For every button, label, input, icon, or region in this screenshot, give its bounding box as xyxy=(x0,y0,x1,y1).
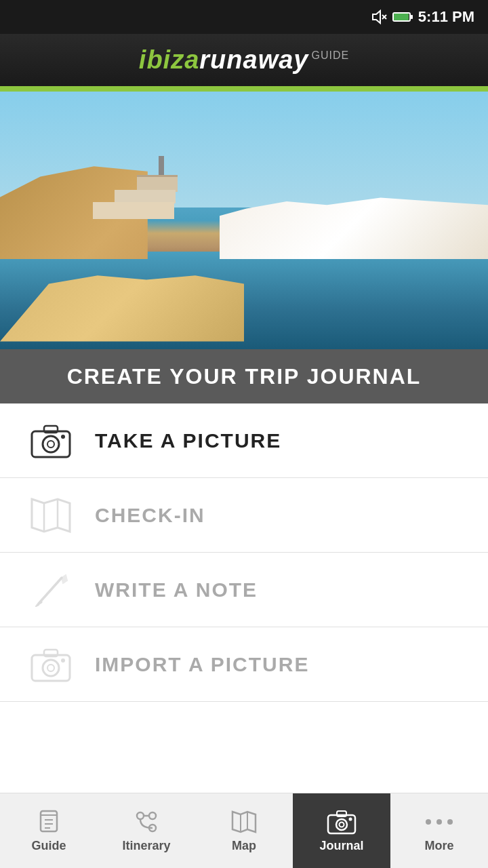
nav-itinerary[interactable]: Itinerary xyxy=(98,793,195,868)
svg-point-20 xyxy=(47,665,54,671)
nav-more[interactable]: More xyxy=(390,793,488,868)
status-bar: 5:11 PM xyxy=(0,0,488,34)
white-buildings xyxy=(220,187,488,259)
logo-guide: GUIDE xyxy=(311,50,349,61)
pencil-icon xyxy=(27,566,75,614)
write-note-label: WRITE A NOTE xyxy=(95,578,258,601)
camera-icon xyxy=(27,417,75,465)
nav-map[interactable]: Map xyxy=(195,793,293,868)
svg-marker-32 xyxy=(232,812,256,832)
import-picture-label: IMPORT A PICTURE xyxy=(95,653,309,676)
logo-ibiza: ibiza xyxy=(139,45,199,74)
nav-journal-label: Journal xyxy=(319,839,363,853)
svg-line-14 xyxy=(39,578,62,604)
check-in-label: CHECK-IN xyxy=(95,504,205,527)
svg-rect-5 xyxy=(411,15,413,19)
import-camera-icon xyxy=(27,641,75,688)
logo-runaway: runaway xyxy=(199,45,308,74)
nav-journal[interactable]: Journal xyxy=(293,793,390,868)
write-note-item[interactable]: WRITE A NOTE xyxy=(0,553,488,627)
page-title: CREATE YOUR TRIP JOURNAL xyxy=(67,364,422,389)
svg-point-41 xyxy=(436,819,442,825)
nav-itinerary-label: Itinerary xyxy=(122,839,170,853)
cliff xyxy=(0,156,488,259)
bottom-nav: Guide Itinerary Map xyxy=(0,793,488,868)
svg-point-10 xyxy=(61,435,65,439)
dots-icon xyxy=(424,809,454,835)
nav-map-label: Map xyxy=(232,839,256,853)
mapnav-icon xyxy=(229,809,259,835)
svg-point-19 xyxy=(43,660,59,676)
svg-point-36 xyxy=(336,819,347,830)
nav-guide[interactable]: Guide xyxy=(0,793,98,868)
svg-point-28 xyxy=(137,812,144,819)
status-time: 5:11 PM xyxy=(418,8,474,26)
svg-point-29 xyxy=(149,812,156,819)
svg-marker-15 xyxy=(62,575,67,583)
svg-point-39 xyxy=(349,817,352,821)
take-picture-label: TAKE A PICTURE xyxy=(95,429,281,452)
route-icon xyxy=(131,809,161,835)
take-picture-item[interactable]: TAKE A PICTURE xyxy=(0,403,488,478)
svg-point-37 xyxy=(340,822,344,827)
svg-marker-0 xyxy=(373,11,380,23)
menu-list: TAKE A PICTURE CHECK-IN WRITE A NOTE xyxy=(0,403,488,702)
svg-marker-11 xyxy=(32,499,70,532)
svg-point-8 xyxy=(47,441,54,448)
battery-icon xyxy=(392,11,413,23)
hero-image xyxy=(0,92,488,349)
svg-rect-4 xyxy=(394,14,409,20)
import-picture-item[interactable]: IMPORT A PICTURE xyxy=(0,627,488,702)
nav-guide-label: Guide xyxy=(31,839,66,853)
svg-point-22 xyxy=(61,658,65,663)
camera-nav-icon xyxy=(327,809,357,835)
book-icon xyxy=(34,809,64,835)
app-header: ibizarunawayGUIDE xyxy=(0,34,488,88)
nav-more-label: More xyxy=(424,839,453,853)
mute-icon xyxy=(371,9,387,25)
svg-point-40 xyxy=(426,819,431,825)
app-logo: ibizarunawayGUIDE xyxy=(139,45,349,75)
svg-point-7 xyxy=(43,436,59,452)
check-in-item[interactable]: CHECK-IN xyxy=(0,478,488,553)
svg-line-16 xyxy=(37,602,41,605)
svg-point-42 xyxy=(447,819,453,825)
title-bar: CREATE YOUR TRIP JOURNAL xyxy=(0,349,488,403)
map-icon xyxy=(27,492,75,539)
